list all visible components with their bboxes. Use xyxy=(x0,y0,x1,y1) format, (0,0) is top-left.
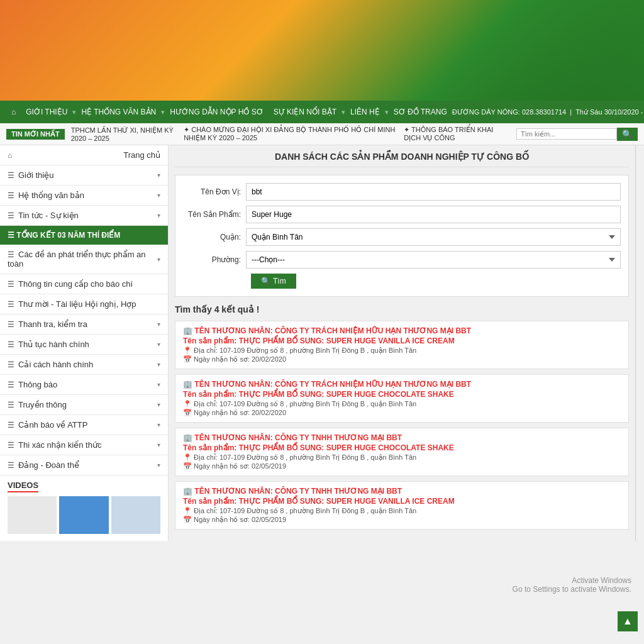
list-icon-13: ☰ xyxy=(8,421,14,430)
video-thumb-2[interactable] xyxy=(59,496,108,534)
sidebar-item-gioi-thieu[interactable]: ☰Giới thiệu ▾ xyxy=(0,165,168,186)
sidebar-label-trang-chu: Trang chủ xyxy=(123,150,160,160)
sidebar: ⌂ Trang chủ ☰Giới thiệu ▾ ☰Hệ thống văn … xyxy=(0,145,169,541)
search-input[interactable] xyxy=(516,128,617,140)
list-icon-7: ☰ xyxy=(8,300,14,309)
list-icon-10: ☰ xyxy=(8,360,14,369)
search-submit-button[interactable]: 🔍 xyxy=(617,128,638,141)
sidebar-item-dang-doan[interactable]: ☰Đảng - Đoàn thể ▾ xyxy=(0,455,168,475)
chevron-down-icon-15: ▾ xyxy=(157,462,160,469)
ticker-badge: TIN MỚI NHẤT xyxy=(6,129,65,140)
phuong-label: Phường: xyxy=(183,255,246,264)
result-address-2: 📍 Địa chỉ: 107-109 Đường số 8 , phường B… xyxy=(183,400,621,408)
search-button[interactable]: 🔍 Tìm xyxy=(251,274,296,289)
main-navigation: ⌂ GIỚI THIỆU ▾ HỆ THỐNG VĂN BẢN ▾ HƯỚNG … xyxy=(0,101,644,123)
sidebar-item-canh-bao[interactable]: ☰Cảnh báo về ATTP ▾ xyxy=(0,415,168,435)
nav-item-he-thong-van-ban[interactable]: HỆ THỐNG VĂN BẢN xyxy=(76,101,161,123)
sidebar-item-thong-bao[interactable]: ☰Thông báo ▾ xyxy=(0,375,168,395)
form-row-phuong: Phường: ---Chọn--- xyxy=(183,251,621,269)
chevron-down-icon-8: ▾ xyxy=(157,321,160,328)
result-date-3: 📅 Ngày nhận hồ sơ: 02/05/2019 xyxy=(183,462,621,470)
sidebar-item-thanh-tra[interactable]: ☰Thanh tra, kiểm tra ▾ xyxy=(0,314,168,335)
list-icon-4: ☰ xyxy=(8,231,14,240)
chevron-down-icon-5: ▾ xyxy=(157,256,160,263)
ten-san-pham-input[interactable] xyxy=(246,206,621,223)
video-thumb-3[interactable] xyxy=(111,496,160,534)
header-banner xyxy=(0,0,644,101)
pin-icon-3: 📍 xyxy=(183,453,192,461)
sidebar-item-cai-cach[interactable]: ☰Cải cách hành chính ▾ xyxy=(0,355,168,375)
sidebar-item-tin-tuc[interactable]: ☰Tin tức - Sự kiện ▾ xyxy=(0,206,168,226)
search-icon: 🔍 xyxy=(261,277,270,286)
calendar-icon-1: 📅 xyxy=(183,355,192,363)
search-bar: 🔍 xyxy=(516,128,638,141)
main-layout: ⌂ Trang chủ ☰Giới thiệu ▾ ☰Hệ thống văn … xyxy=(0,145,644,541)
hotline-label: ĐƯỜNG DÂY NÓNG: xyxy=(452,108,520,116)
search-form: Tên Đơn Vị: Tên Sản Phẩm: Quận: Quận Bìn… xyxy=(175,175,629,297)
result-product-4[interactable]: Tên sản phẩm: THỰC PHẨM BỔ SUNG: SUPER H… xyxy=(183,497,621,506)
result-merchant-3: 🏢 TÊN THƯƠNG NHÂN: CÔNG TY TNHH THƯƠNG M… xyxy=(183,433,621,442)
result-product-1[interactable]: Tên sản phẩm: THỰC PHẨM BỔ SUNG: SUPER H… xyxy=(183,336,621,345)
nav-item-huong-dan[interactable]: HƯỚNG DẪN NỘP HỒ SƠ xyxy=(165,101,268,123)
chevron-down-icon-13: ▾ xyxy=(157,421,160,428)
list-icon-12: ☰ xyxy=(8,401,14,409)
sidebar-item-de-an[interactable]: ☰Các đề án phát triển thực phẩm an toàn … xyxy=(0,245,168,274)
ten-don-vi-input[interactable] xyxy=(246,183,621,201)
phuong-select[interactable]: ---Chọn--- xyxy=(246,251,621,269)
search-btn-label: Tìm xyxy=(273,277,286,286)
sidebar-item-bao-chi[interactable]: ☰Thông tin cung cấp cho báo chí xyxy=(0,274,168,294)
pin-icon-2: 📍 xyxy=(183,400,192,408)
sidebar-item-thi-xac-nhan[interactable]: ☰Thi xác nhận kiến thức ▾ xyxy=(0,435,168,455)
building-icon-1: 🏢 xyxy=(183,326,192,335)
video-thumb-1[interactable] xyxy=(8,496,57,534)
quan-select[interactable]: Quận Bình Tân xyxy=(246,228,621,246)
form-row-quan: Quận: Quận Bình Tân xyxy=(183,228,621,246)
building-icon-4: 🏢 xyxy=(183,487,192,496)
sidebar-item-truyen-thong[interactable]: ☰Truyền thông ▾ xyxy=(0,395,168,415)
list-icon-14: ☰ xyxy=(8,441,14,450)
home-nav-link[interactable]: ⌂ xyxy=(6,101,21,123)
page-title: DANH SÁCH CÁC SẢN PHẨM DOANH NGHIỆP TỰ C… xyxy=(175,152,629,167)
hotline-datetime: ĐƯỜNG DÂY NÓNG: 028.38301714 | Thứ Sáu 3… xyxy=(452,108,644,116)
sidebar-item-trang-chu[interactable]: ⌂ Trang chủ xyxy=(0,145,168,165)
scrollbar[interactable] xyxy=(635,145,644,541)
nav-item-lien-he[interactable]: LIÊN HỆ xyxy=(345,101,385,123)
list-icon-11: ☰ xyxy=(8,380,14,389)
list-icon-15: ☰ xyxy=(8,461,14,470)
chevron-down-icon-12: ▾ xyxy=(157,401,160,408)
chevron-down-icon-2: ▾ xyxy=(157,192,160,199)
form-row-ten-san-pham: Tên Sản Phẩm: xyxy=(183,206,621,223)
result-product-3[interactable]: Tên sản phẩm: THỰC PHẨM BỔ SUNG: SUPER H… xyxy=(183,443,621,452)
ticker-text-2: ✦ CHÀO MỪNG ĐẠI HỘI XI ĐẢNG BỘ THÀNH PHỐ… xyxy=(184,126,397,142)
calendar-icon-2: 📅 xyxy=(183,409,192,416)
sidebar-item-thu-moi[interactable]: ☰Thư mời - Tài liệu Hội nghị, Hợp xyxy=(0,294,168,314)
result-item-1: 🏢 TÊN THƯƠNG NHÂN: CÔNG TY TRÁCH NHIỆM H… xyxy=(175,321,629,369)
results-count: Tìm thấy 4 kết quả ! xyxy=(175,304,629,314)
result-address-3: 📍 Địa chỉ: 107-109 Đường số 8 , phường B… xyxy=(183,453,621,462)
building-icon-3: 🏢 xyxy=(183,433,192,442)
ticker-text-1: TPHCM LẦN THỨ XI, NHIỆM KỲ 2020 – 2025 xyxy=(71,126,177,142)
nav-item-so-do-trang[interactable]: SƠ ĐỒ TRANG xyxy=(389,101,452,123)
result-product-2[interactable]: Tên sản phẩm: THỰC PHẨM BỔ SUNG: SUPER H… xyxy=(183,390,621,399)
result-item-3: 🏢 TÊN THƯƠNG NHÂN: CÔNG TY TNHH THƯƠNG M… xyxy=(175,428,629,476)
nav-item-gioi-thieu[interactable]: GIỚI THIỆU xyxy=(21,101,72,123)
calendar-icon-3: 📅 xyxy=(183,462,192,470)
video-thumbnails xyxy=(8,496,160,534)
sidebar-item-tong-ket[interactable]: ☰ TỔNG KẾT 03 NĂM THÍ ĐIỂM xyxy=(0,226,168,245)
nav-item-su-kien[interactable]: SỰ KIỆN NỔI BẬT xyxy=(269,101,341,123)
ticker-text-3: ✦ THÔNG BÁO TRIỂN KHAI DỊCH VỤ CÔNG xyxy=(404,126,510,142)
chevron-down-icon-3: ▾ xyxy=(157,212,160,219)
chevron-down-icon-14: ▾ xyxy=(157,441,160,448)
sidebar-item-thu-tuc[interactable]: ☰Thủ tục hành chính ▾ xyxy=(0,335,168,355)
result-date-2: 📅 Ngày nhận hồ sơ: 20/02/2020 xyxy=(183,409,621,417)
list-icon-9: ☰ xyxy=(8,340,14,349)
list-icon-2: ☰ xyxy=(8,191,14,200)
news-ticker: TIN MỚI NHẤT TPHCM LẦN THỨ XI, NHIỆM KỲ … xyxy=(0,123,644,145)
ten-san-pham-label: Tên Sản Phẩm: xyxy=(183,210,246,219)
sidebar-item-he-thong-van-ban[interactable]: ☰Hệ thống văn bản ▾ xyxy=(0,186,168,206)
result-date-4: 📅 Ngày nhận hồ sơ: 02/05/2019 xyxy=(183,516,621,524)
ten-don-vi-label: Tên Đơn Vị: xyxy=(183,187,246,196)
result-address-1: 📍 Địa chỉ: 107-109 Đường số 8 , phường B… xyxy=(183,347,621,355)
list-icon-8: ☰ xyxy=(8,320,14,329)
calendar-icon-4: 📅 xyxy=(183,516,192,523)
